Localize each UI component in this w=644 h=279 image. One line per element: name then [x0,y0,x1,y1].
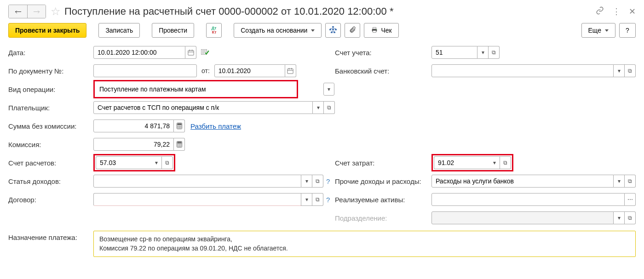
back-button[interactable]: 🡐 [9,5,27,18]
sum-nocom-input[interactable] [93,120,174,132]
open-icon[interactable]: ⧉ [162,156,173,169]
svg-point-15 [178,126,178,126]
commission-label: Комиссия: [8,141,93,148]
svg-rect-2 [332,29,334,30]
link-icon[interactable] [596,6,604,17]
svg-point-17 [180,126,181,126]
open-icon[interactable]: ⧉ [625,211,636,224]
more-h-icon[interactable]: ⋯ [625,193,636,206]
dtkt-button[interactable]: ДтКт [206,23,222,38]
svg-point-26 [178,146,178,146]
calendar-icon[interactable] [285,64,296,77]
help-icon[interactable]: ? [326,177,330,185]
settle-label: Счет расчетов: [8,159,93,167]
chevron-down-icon[interactable]: ▾ [477,46,489,59]
help-button[interactable]: ? [619,23,636,38]
optype-input[interactable] [96,82,296,96]
page-title: Поступление на расчетный счет 0000-00000… [64,6,596,17]
svg-rect-1 [329,29,331,30]
purpose-textarea[interactable]: Возмещение ср-в по операциям эквайринга,… [93,231,636,257]
svg-point-24 [179,144,179,145]
docdate-input[interactable] [214,64,285,77]
other-input[interactable] [431,175,614,188]
bank-label: Банковский счет: [335,67,431,75]
help-icon[interactable]: ? [326,196,330,204]
more-vert-icon[interactable]: ⋮ [612,6,621,17]
receipt-button[interactable]: Чек [364,23,398,38]
svg-point-9 [376,29,377,29]
svg-rect-0 [332,26,334,28]
more-button[interactable]: Еще [581,23,616,38]
open-icon[interactable]: ⧉ [312,193,323,206]
post-button[interactable]: Провести [152,23,194,38]
docnum-label: По документу №: [8,67,93,75]
open-icon[interactable]: ⧉ [312,175,323,188]
svg-point-25 [180,144,181,145]
chevron-down-icon[interactable]: ▾ [489,156,500,169]
assets-label: Реализуемые активы: [335,196,431,204]
svg-rect-4 [331,32,333,33]
calendar-icon[interactable] [185,46,196,59]
commission-input[interactable] [93,138,174,151]
income-label: Статья доходов: [8,177,93,185]
contract-input[interactable] [93,193,301,206]
account-label: Счет учета: [335,49,431,57]
assets-input[interactable] [431,193,625,206]
posted-flag-icon [201,49,209,57]
chevron-down-icon[interactable]: ▾ [614,64,625,77]
income-input[interactable] [93,175,301,188]
svg-rect-10 [188,51,193,56]
cost-input[interactable] [434,156,489,169]
svg-point-27 [179,146,179,146]
chevron-down-icon[interactable]: ▾ [323,83,334,96]
create-based-button[interactable]: Создать на основании [234,23,322,38]
structure-button[interactable] [325,23,341,38]
svg-point-19 [179,127,179,128]
svg-rect-22 [178,142,181,143]
calculator-icon[interactable] [174,138,185,151]
other-label: Прочие доходы и расходы: [335,177,431,185]
open-icon[interactable]: ⧉ [500,156,511,169]
svg-point-18 [178,127,178,128]
chevron-down-icon[interactable]: ▾ [313,101,324,114]
write-button[interactable]: Записать [98,23,140,38]
account-input[interactable] [431,46,477,59]
split-payment-link[interactable]: Разбить платеж [190,122,241,130]
chevron-down-icon[interactable]: ▾ [301,193,312,206]
date-label: Дата: [8,49,93,57]
settle-input[interactable] [96,156,151,169]
purpose-label: Назначение платежа: [8,231,93,241]
chevron-down-icon[interactable]: ▾ [151,156,162,169]
division-label: Подразделение: [335,214,431,222]
payer-input[interactable] [93,101,313,114]
svg-rect-3 [335,29,337,30]
payer-label: Плательщик: [8,104,93,112]
close-icon[interactable]: ✕ [629,6,636,17]
calculator-icon[interactable] [174,120,185,132]
chevron-down-icon[interactable]: ▾ [301,175,312,188]
favorite-icon[interactable]: ☆ [51,5,61,18]
svg-point-28 [180,146,181,146]
chevron-down-icon[interactable]: ▾ [614,175,625,188]
svg-point-20 [180,127,181,128]
docnum-input[interactable] [93,64,197,77]
optype-label: Вид операции: [8,85,93,93]
svg-rect-7 [373,27,376,28]
dtkt-icon: ДтКт [212,26,217,34]
svg-rect-12 [288,69,293,74]
svg-rect-14 [178,124,181,125]
forward-button[interactable]: 🡒 [27,5,46,18]
post-close-button[interactable]: Провести и закрыть [8,23,86,38]
bank-input[interactable] [431,64,614,77]
chevron-down-icon[interactable]: ▾ [614,211,625,224]
open-icon[interactable]: ⧉ [625,175,636,188]
attach-button[interactable] [345,23,360,38]
contract-label: Договор: [8,196,93,204]
svg-rect-5 [334,32,335,33]
open-icon[interactable]: ⧉ [489,46,500,59]
open-icon[interactable]: ⧉ [625,64,636,77]
date-input[interactable] [93,46,185,59]
printer-icon [371,26,378,35]
open-icon[interactable]: ⧉ [324,101,335,114]
svg-point-23 [178,144,178,145]
